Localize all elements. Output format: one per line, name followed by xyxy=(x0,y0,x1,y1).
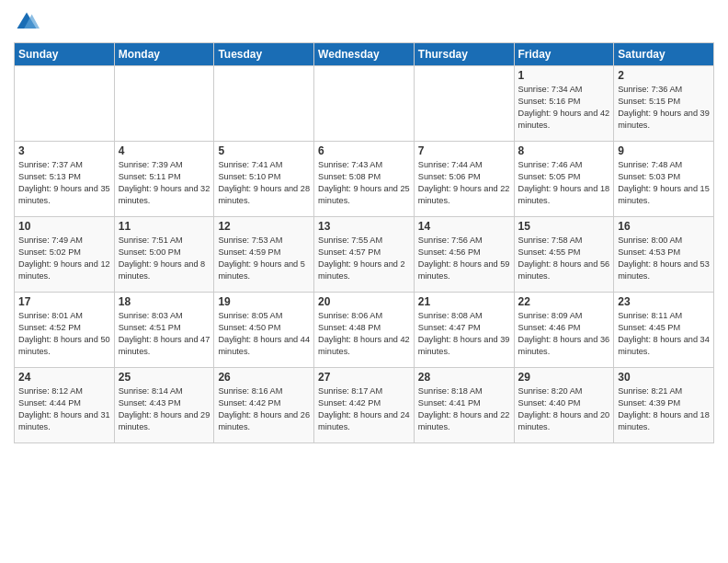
day-number: 26 xyxy=(218,371,310,384)
calendar-cell: 20Sunrise: 8:06 AM Sunset: 4:48 PM Dayli… xyxy=(314,293,415,368)
day-info: Sunrise: 8:16 AM Sunset: 4:42 PM Dayligh… xyxy=(218,385,310,433)
calendar-cell: 7Sunrise: 7:44 AM Sunset: 5:06 PM Daylig… xyxy=(414,142,514,217)
day-info: Sunrise: 7:53 AM Sunset: 4:59 PM Dayligh… xyxy=(218,235,310,282)
calendar-cell: 4Sunrise: 7:39 AM Sunset: 5:11 PM Daylig… xyxy=(114,142,214,217)
day-info: Sunrise: 7:43 AM Sunset: 5:08 PM Dayligh… xyxy=(318,159,410,207)
calendar: SundayMondayTuesdayWednesdayThursdayFrid… xyxy=(14,42,714,443)
day-info: Sunrise: 8:14 AM Sunset: 4:43 PM Dayligh… xyxy=(119,385,210,433)
calendar-cell: 29Sunrise: 8:20 AM Sunset: 4:40 PM Dayli… xyxy=(514,368,614,443)
calendar-cell: 5Sunrise: 7:41 AM Sunset: 5:10 PM Daylig… xyxy=(214,142,314,217)
day-info: Sunrise: 8:12 AM Sunset: 4:44 PM Dayligh… xyxy=(18,385,110,433)
calendar-cell: 27Sunrise: 8:17 AM Sunset: 4:42 PM Dayli… xyxy=(314,368,415,443)
logo xyxy=(14,9,43,35)
calendar-cell: 3Sunrise: 7:37 AM Sunset: 5:13 PM Daylig… xyxy=(15,142,115,217)
day-info: Sunrise: 7:37 AM Sunset: 5:13 PM Dayligh… xyxy=(18,159,110,207)
day-number: 14 xyxy=(418,220,510,233)
day-info: Sunrise: 7:55 AM Sunset: 4:57 PM Dayligh… xyxy=(318,235,410,282)
weekday-header-row: SundayMondayTuesdayWednesdayThursdayFrid… xyxy=(15,43,714,66)
calendar-cell: 26Sunrise: 8:16 AM Sunset: 4:42 PM Dayli… xyxy=(214,368,314,443)
calendar-cell: 14Sunrise: 7:56 AM Sunset: 4:56 PM Dayli… xyxy=(414,217,514,293)
calendar-cell: 17Sunrise: 8:01 AM Sunset: 4:52 PM Dayli… xyxy=(15,293,115,368)
day-number: 4 xyxy=(119,144,210,157)
weekday-header-monday: Monday xyxy=(114,43,214,66)
calendar-cell: 28Sunrise: 8:18 AM Sunset: 4:41 PM Dayli… xyxy=(414,368,514,443)
calendar-cell: 25Sunrise: 8:14 AM Sunset: 4:43 PM Dayli… xyxy=(114,368,214,443)
day-number: 27 xyxy=(318,371,410,384)
week-row-3: 17Sunrise: 8:01 AM Sunset: 4:52 PM Dayli… xyxy=(15,293,714,368)
calendar-cell xyxy=(314,66,415,142)
day-number: 30 xyxy=(618,371,710,384)
week-row-1: 3Sunrise: 7:37 AM Sunset: 5:13 PM Daylig… xyxy=(15,142,714,217)
calendar-cell: 11Sunrise: 7:51 AM Sunset: 5:00 PM Dayli… xyxy=(114,217,214,293)
calendar-cell: 10Sunrise: 7:49 AM Sunset: 5:02 PM Dayli… xyxy=(15,217,115,293)
day-info: Sunrise: 7:48 AM Sunset: 5:03 PM Dayligh… xyxy=(618,159,710,207)
day-number: 3 xyxy=(18,144,110,157)
calendar-cell: 16Sunrise: 8:00 AM Sunset: 4:53 PM Dayli… xyxy=(614,217,714,293)
day-info: Sunrise: 7:49 AM Sunset: 5:02 PM Dayligh… xyxy=(18,235,110,282)
page: SundayMondayTuesdayWednesdayThursdayFrid… xyxy=(0,0,728,563)
day-info: Sunrise: 7:34 AM Sunset: 5:16 PM Dayligh… xyxy=(518,84,610,132)
day-number: 17 xyxy=(18,295,110,308)
day-number: 20 xyxy=(318,295,410,308)
day-info: Sunrise: 8:05 AM Sunset: 4:50 PM Dayligh… xyxy=(218,310,310,358)
day-number: 23 xyxy=(618,295,710,308)
day-info: Sunrise: 8:08 AM Sunset: 4:47 PM Dayligh… xyxy=(418,310,510,358)
day-info: Sunrise: 7:41 AM Sunset: 5:10 PM Dayligh… xyxy=(218,159,310,207)
day-number: 25 xyxy=(119,371,210,384)
day-number: 8 xyxy=(518,144,610,157)
day-number: 2 xyxy=(618,69,710,82)
calendar-cell: 15Sunrise: 7:58 AM Sunset: 4:55 PM Dayli… xyxy=(514,217,614,293)
day-number: 6 xyxy=(318,144,410,157)
calendar-cell: 13Sunrise: 7:55 AM Sunset: 4:57 PM Dayli… xyxy=(314,217,415,293)
calendar-cell: 30Sunrise: 8:21 AM Sunset: 4:39 PM Dayli… xyxy=(614,368,714,443)
week-row-2: 10Sunrise: 7:49 AM Sunset: 5:02 PM Dayli… xyxy=(15,217,714,293)
day-info: Sunrise: 8:01 AM Sunset: 4:52 PM Dayligh… xyxy=(18,310,110,358)
day-number: 9 xyxy=(618,144,710,157)
day-number: 1 xyxy=(518,69,610,82)
calendar-cell: 1Sunrise: 7:34 AM Sunset: 5:16 PM Daylig… xyxy=(514,66,614,142)
day-number: 16 xyxy=(618,220,710,233)
day-info: Sunrise: 8:18 AM Sunset: 4:41 PM Dayligh… xyxy=(418,385,510,433)
day-number: 24 xyxy=(18,371,110,384)
day-info: Sunrise: 7:58 AM Sunset: 4:55 PM Dayligh… xyxy=(518,235,610,282)
calendar-cell: 19Sunrise: 8:05 AM Sunset: 4:50 PM Dayli… xyxy=(214,293,314,368)
calendar-cell xyxy=(15,66,115,142)
calendar-cell xyxy=(214,66,314,142)
day-info: Sunrise: 8:06 AM Sunset: 4:48 PM Dayligh… xyxy=(318,310,410,358)
week-row-4: 24Sunrise: 8:12 AM Sunset: 4:44 PM Dayli… xyxy=(15,368,714,443)
day-number: 18 xyxy=(119,295,210,308)
day-number: 28 xyxy=(418,371,510,384)
day-info: Sunrise: 7:44 AM Sunset: 5:06 PM Dayligh… xyxy=(418,159,510,207)
calendar-cell: 18Sunrise: 8:03 AM Sunset: 4:51 PM Dayli… xyxy=(114,293,214,368)
day-number: 5 xyxy=(218,144,310,157)
day-info: Sunrise: 8:20 AM Sunset: 4:40 PM Dayligh… xyxy=(518,385,610,433)
weekday-header-friday: Friday xyxy=(514,43,614,66)
day-info: Sunrise: 8:03 AM Sunset: 4:51 PM Dayligh… xyxy=(119,310,210,358)
day-info: Sunrise: 7:36 AM Sunset: 5:15 PM Dayligh… xyxy=(618,84,710,132)
day-number: 12 xyxy=(218,220,310,233)
calendar-cell: 21Sunrise: 8:08 AM Sunset: 4:47 PM Dayli… xyxy=(414,293,514,368)
day-number: 7 xyxy=(418,144,510,157)
day-number: 19 xyxy=(218,295,310,308)
day-number: 29 xyxy=(518,371,610,384)
calendar-cell xyxy=(414,66,514,142)
calendar-cell: 2Sunrise: 7:36 AM Sunset: 5:15 PM Daylig… xyxy=(614,66,714,142)
day-number: 10 xyxy=(18,220,110,233)
day-number: 22 xyxy=(518,295,610,308)
calendar-cell: 8Sunrise: 7:46 AM Sunset: 5:05 PM Daylig… xyxy=(514,142,614,217)
calendar-cell xyxy=(114,66,214,142)
day-info: Sunrise: 8:11 AM Sunset: 4:45 PM Dayligh… xyxy=(618,310,710,358)
weekday-header-sunday: Sunday xyxy=(15,43,115,66)
weekday-header-wednesday: Wednesday xyxy=(314,43,415,66)
calendar-cell: 12Sunrise: 7:53 AM Sunset: 4:59 PM Dayli… xyxy=(214,217,314,293)
week-row-0: 1Sunrise: 7:34 AM Sunset: 5:16 PM Daylig… xyxy=(15,66,714,142)
calendar-cell: 23Sunrise: 8:11 AM Sunset: 4:45 PM Dayli… xyxy=(614,293,714,368)
day-info: Sunrise: 7:46 AM Sunset: 5:05 PM Dayligh… xyxy=(518,159,610,207)
weekday-header-saturday: Saturday xyxy=(614,43,714,66)
weekday-header-tuesday: Tuesday xyxy=(214,43,314,66)
day-number: 11 xyxy=(119,220,210,233)
day-info: Sunrise: 8:00 AM Sunset: 4:53 PM Dayligh… xyxy=(618,235,710,282)
day-info: Sunrise: 8:21 AM Sunset: 4:39 PM Dayligh… xyxy=(618,385,710,433)
day-number: 15 xyxy=(518,220,610,233)
day-number: 13 xyxy=(318,220,410,233)
